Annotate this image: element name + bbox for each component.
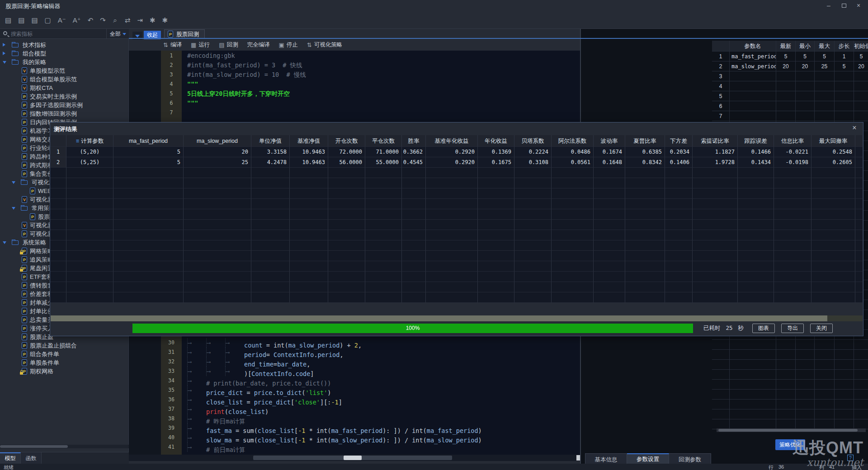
strategy-settings-icon[interactable]: ✱: [161, 16, 170, 25]
close-button[interactable]: ×: [852, 0, 865, 11]
code-line-41[interactable]: 41⟶# 前日ma计算: [129, 442, 580, 452]
results-col-信息比率[interactable]: 信息比率: [774, 135, 811, 147]
expand-arrow-icon[interactable]: [3, 61, 6, 64]
font-increase-icon[interactable]: A⁺: [71, 16, 82, 25]
minimize-button[interactable]: –: [822, 0, 835, 11]
param-col-初始值[interactable]: 初始值: [854, 41, 868, 52]
code-line-3[interactable]: 3#int(ma_slow_period) = 10 # 慢线: [129, 70, 580, 80]
code-line-40[interactable]: 40⟶slow_ma = sum(close_list[-1 * int(ma_…: [129, 433, 580, 442]
editor-hscrollbar[interactable]: [129, 455, 580, 461]
sidebar-hscrollbar[interactable]: [0, 445, 129, 448]
parameter-hscrollbar[interactable]: [717, 428, 866, 432]
param-row[interactable]: [712, 400, 868, 409]
results-col-贝塔系数[interactable]: 贝塔系数: [514, 135, 552, 147]
results-close-icon[interactable]: ×: [850, 124, 859, 132]
code-line-7[interactable]: 7: [129, 108, 580, 118]
editor-tab[interactable]: P 股票回测: [164, 29, 205, 39]
param-row[interactable]: [712, 340, 868, 350]
run-settings-icon[interactable]: ✱: [148, 16, 157, 25]
save-all-icon[interactable]: ▤: [17, 16, 26, 25]
help-icon[interactable]: ?: [847, 455, 854, 461]
code-line-39[interactable]: 39⟶fast_ma = sum(close_list[-1 * int(ma_…: [129, 423, 580, 433]
results-row-1[interactable]: 1(5,20)5203.315810.946372.000071.00000.3…: [50, 147, 863, 157]
param-row[interactable]: [712, 350, 868, 360]
tree-item-组合模型单股示范[interactable]: V组合模型单股示范: [0, 75, 129, 84]
results-col-x0[interactable]: [50, 135, 66, 147]
results-col-计算参数[interactable]: ≡计算参数: [66, 135, 113, 147]
results-col-波动率[interactable]: 波动率: [594, 135, 625, 147]
run-button[interactable]: ▦运行: [191, 41, 210, 49]
results-col-下方差[interactable]: 下方差: [665, 135, 693, 147]
code-line-30[interactable]: 30⟶⟶⟶count = int(ma_slow_period) + 2,: [129, 338, 580, 348]
export-button[interactable]: 导出: [781, 324, 804, 333]
undo-icon[interactable]: ↶: [86, 16, 95, 25]
param-row[interactable]: 4: [712, 81, 868, 91]
results-col-胜率[interactable]: 胜率: [402, 135, 426, 147]
param-row[interactable]: 6: [712, 101, 868, 111]
expand-arrow-icon[interactable]: [3, 43, 5, 47]
results-col-基准年化收益[interactable]: 基准年化收益: [426, 135, 478, 147]
tree-item-单股模型示范[interactable]: V单股模型示范: [0, 66, 129, 75]
results-col-最大回撤率[interactable]: 最大回撤率: [811, 135, 855, 147]
visual-strategy-button[interactable]: ⇅可视化策略: [307, 41, 342, 49]
tree-item-组合模型[interactable]: 组合模型: [0, 49, 129, 58]
code-line-5[interactable]: 55日线上穿20日线时开多，下穿时开空: [129, 89, 580, 99]
param-col-最新[interactable]: 最新: [776, 41, 796, 52]
strategy-optimize-button[interactable]: 策略优化: [775, 439, 805, 450]
results-col-开仓次数[interactable]: 开仓次数: [328, 135, 365, 147]
results-row-2[interactable]: 2(5,25)5254.247810.946356.000055.00000.4…: [50, 157, 863, 168]
find-icon[interactable]: ⌕: [111, 16, 119, 25]
results-col-阿尔法系数[interactable]: 阿尔法系数: [552, 135, 594, 147]
param-col-步长[interactable]: 步长: [835, 41, 854, 52]
font-decrease-icon[interactable]: A⁻: [57, 16, 67, 25]
results-col-单位净值[interactable]: 单位净值: [251, 135, 290, 147]
close-button[interactable]: 关闭: [810, 324, 833, 333]
chart-button[interactable]: 图表: [752, 324, 775, 333]
param-row[interactable]: [712, 390, 868, 400]
tree-item-多因子选股回测示例[interactable]: P多因子选股回测示例: [0, 101, 129, 109]
code-block-top[interactable]: 1#encoding:gbk2#int(ma_fast_period) = 3 …: [129, 51, 580, 118]
tree-item-期权网格[interactable]: P期权网格: [0, 367, 129, 376]
param-row[interactable]: 1ma_fast_period55515: [712, 52, 868, 61]
code-line-35[interactable]: 35⟶price_dict = price.to_dict('list'): [129, 385, 580, 395]
expand-arrow-icon[interactable]: [3, 52, 5, 55]
param-row[interactable]: [712, 370, 868, 380]
results-col-索提诺比率[interactable]: 索提诺比率: [693, 135, 738, 147]
tree-item-交易实时主推示例[interactable]: P交易实时主推示例: [0, 92, 129, 101]
code-line-4[interactable]: 4""": [129, 80, 580, 89]
sidebar-tab-函数[interactable]: 函数: [21, 452, 42, 464]
search-input[interactable]: [11, 29, 104, 38]
code-line-2[interactable]: 2#int(ma_fast_period) = 3 # 快线: [129, 61, 580, 70]
expand-arrow-icon[interactable]: [12, 181, 15, 184]
expand-arrow-icon[interactable]: [12, 207, 15, 210]
results-col-ma_fast_period[interactable]: ma_fast_period: [113, 135, 184, 147]
tree-item-单股条件单[interactable]: P单股条件单: [0, 358, 129, 367]
param-row[interactable]: [712, 409, 868, 419]
results-col-年化收益[interactable]: 年化收益: [478, 135, 514, 147]
expand-arrow-icon[interactable]: [3, 241, 6, 244]
code-line-33[interactable]: 33⟶⟶⟶)[ContextInfo.code]: [129, 367, 580, 376]
param-col-最大[interactable]: 最大: [815, 41, 835, 52]
copy-icon[interactable]: ▢: [43, 16, 52, 25]
redo-icon[interactable]: ↷: [99, 16, 107, 25]
export-icon[interactable]: ⇄: [123, 16, 132, 25]
param-row[interactable]: 3: [712, 71, 868, 81]
results-col-平仓次数[interactable]: 平仓次数: [365, 135, 402, 147]
results-col-ma_slow_period[interactable]: ma_slow_period: [184, 135, 251, 147]
filter-dropdown[interactable]: 全部: [106, 29, 129, 39]
param-row[interactable]: [712, 380, 868, 390]
results-col-x20[interactable]: [855, 135, 863, 147]
compile-button[interactable]: ⇅编译: [163, 41, 182, 49]
save-as-icon[interactable]: ▤: [30, 16, 39, 25]
sort-icon[interactable]: ≡: [76, 138, 79, 144]
code-line-6[interactable]: 6""": [129, 99, 580, 108]
full-compile-button[interactable]: 完全编译: [247, 41, 270, 49]
results-col-夏普比率[interactable]: 夏普比率: [625, 135, 665, 147]
backtest-button[interactable]: ▤回测: [219, 41, 238, 49]
code-line-1[interactable]: 1#encoding:gbk: [129, 51, 580, 61]
code-line-36[interactable]: 36⟶close_list = price_dict['close'][:-1]: [129, 395, 580, 404]
tree-item-我的策略[interactable]: 我的策略: [0, 58, 129, 66]
results-hscrollbar[interactable]: [51, 315, 863, 321]
tree-item-期权CTA[interactable]: V期权CTA: [0, 84, 129, 92]
tree-item-股票止盈止损组合[interactable]: P股票止盈止损组合: [0, 341, 129, 350]
